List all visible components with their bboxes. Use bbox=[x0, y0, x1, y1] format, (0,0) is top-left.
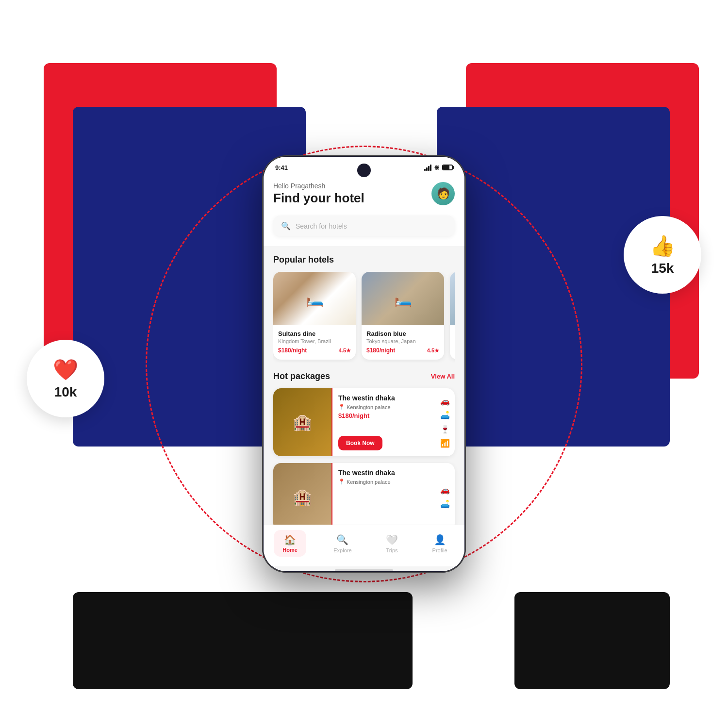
header-text: Hello Pragathesh Find your hotel bbox=[273, 182, 364, 206]
hotel-location-2: Tokyo square, Japan bbox=[366, 338, 439, 344]
view-all-button[interactable]: View All bbox=[431, 373, 455, 380]
hotel-info-2: Radison blue Tokyo square, Japan $180/ni… bbox=[362, 325, 444, 360]
greeting-text: Hello Pragathesh bbox=[273, 182, 364, 190]
phone-notch bbox=[357, 164, 371, 177]
sofa-amenity-icon-2: 🛋️ bbox=[440, 499, 450, 509]
car-amenity-icon: 🚗 bbox=[440, 397, 450, 406]
hotel-image-2: 🛏️ bbox=[362, 272, 444, 325]
nav-item-profile[interactable]: 👤 Profile bbox=[426, 534, 454, 553]
app-header: Hello Pragathesh Find your hotel 🧑 bbox=[264, 174, 464, 215]
package-card-2[interactable]: 🏨 The westin dhaka 📍 Kensington palace � bbox=[273, 463, 455, 525]
likes-count: 10k bbox=[54, 384, 77, 400]
nav-label-profile: Profile bbox=[432, 547, 447, 553]
search-container: 🔍 Search for hotels bbox=[264, 215, 464, 246]
profile-icon: 👤 bbox=[434, 534, 446, 546]
hotel-location-1: Kingdom Tower, Brazil bbox=[278, 338, 351, 344]
package-location-2: 📍 Kensington palace bbox=[338, 479, 430, 485]
nav-label-trips: Trips bbox=[386, 547, 398, 553]
car-amenity-icon-2: 🚗 bbox=[440, 485, 450, 495]
package-amenities-1: 🚗 🛋️ 🍷 📶 bbox=[435, 388, 455, 456]
drink-amenity-icon: 🍷 bbox=[440, 425, 450, 434]
nav-item-explore[interactable]: 🔍 Explore bbox=[327, 534, 358, 553]
package-location-1: 📍 Kensington palace bbox=[338, 404, 430, 410]
hotel-info-3: Quee... Kingdo... $180/n... bbox=[450, 325, 455, 360]
location-pin-icon: 📍 bbox=[338, 404, 345, 410]
location-pin-icon-2: 📍 bbox=[338, 479, 345, 485]
hotel-rating-2: 4.5★ bbox=[427, 347, 439, 354]
package-card-1[interactable]: 🏨 The westin dhaka 📍 Kensington palace $… bbox=[273, 388, 455, 456]
avatar-image: 🧑 bbox=[431, 182, 455, 205]
trips-icon: 🤍 bbox=[386, 534, 398, 546]
main-title: Find your hotel bbox=[273, 191, 364, 206]
package-amenities-2: 🚗 🛋️ bbox=[435, 463, 455, 525]
status-icons: ⋇ bbox=[424, 164, 453, 171]
search-icon: 🔍 bbox=[281, 221, 291, 231]
hot-packages-section: Hot packages View All 🏨 The westin dhaka… bbox=[264, 367, 464, 525]
hotel-card[interactable]: 🛏️ Sultans dine Kingdom Tower, Brazil $1… bbox=[273, 272, 356, 360]
thumbs-up-icon: 👍 bbox=[650, 234, 675, 258]
battery-icon bbox=[442, 165, 453, 170]
thumbs-badge: 👍 15k bbox=[624, 216, 701, 294]
package-price-1: $180/night bbox=[338, 412, 430, 419]
nav-item-trips[interactable]: 🤍 Trips bbox=[379, 534, 405, 553]
hotel-image-1: 🛏️ bbox=[273, 272, 356, 325]
hotel-card[interactable]: 🌿 Quee... Kingdo... $180/n... bbox=[450, 272, 455, 360]
sofa-amenity-icon: 🛋️ bbox=[440, 411, 450, 420]
package-image-2: 🏨 bbox=[273, 463, 331, 525]
package-info-2: The westin dhaka 📍 Kensington palace bbox=[332, 463, 435, 525]
hotel-image-3: 🌿 bbox=[450, 272, 455, 325]
package-name-1: The westin dhaka bbox=[338, 394, 430, 402]
hot-packages-title: Hot packages bbox=[273, 371, 330, 381]
heart-icon: ❤️ bbox=[53, 358, 78, 381]
home-icon: 🏠 bbox=[284, 534, 296, 546]
phone-content[interactable]: Hello Pragathesh Find your hotel 🧑 🔍 Sea… bbox=[264, 174, 464, 525]
package-image-1: 🏨 bbox=[273, 388, 331, 456]
wifi-icon: ⋇ bbox=[434, 164, 440, 171]
hotel-name-2: Radison blue bbox=[366, 330, 439, 337]
avatar[interactable]: 🧑 bbox=[431, 182, 455, 205]
popular-hotels-title: Popular hotels bbox=[273, 255, 334, 265]
package-info-1: The westin dhaka 📍 Kensington palace $18… bbox=[332, 388, 435, 456]
bg-black-bottom-right bbox=[514, 592, 670, 689]
signal-icon bbox=[424, 164, 431, 171]
phone-frame: 9:41 ⋇ Hello Pragathesh Find your hotel bbox=[262, 155, 466, 573]
hotel-meta-1: $180/night 4.5★ bbox=[278, 347, 351, 354]
likes-badge: ❤️ 10k bbox=[27, 340, 104, 417]
hot-packages-header: Hot packages View All bbox=[273, 371, 455, 381]
bg-black-bottom bbox=[73, 592, 413, 689]
home-indicator bbox=[335, 569, 393, 571]
package-name-2: The westin dhaka bbox=[338, 469, 430, 477]
status-time: 9:41 bbox=[275, 164, 288, 171]
hotel-meta-2: $180/night 4.5★ bbox=[366, 347, 439, 354]
wifi-amenity-icon: 📶 bbox=[440, 439, 450, 448]
nav-label-home: Home bbox=[282, 547, 298, 553]
hotel-card[interactable]: 🛏️ Radison blue Tokyo square, Japan $180… bbox=[362, 272, 444, 360]
search-input[interactable]: Search for hotels bbox=[296, 222, 347, 230]
hotels-scroll[interactable]: 🛏️ Sultans dine Kingdom Tower, Brazil $1… bbox=[273, 272, 455, 363]
phone-inner: 9:41 ⋇ Hello Pragathesh Find your hotel bbox=[264, 157, 464, 571]
popular-hotels-header: Popular hotels bbox=[273, 255, 455, 265]
nav-label-explore: Explore bbox=[333, 547, 351, 553]
search-box[interactable]: 🔍 Search for hotels bbox=[273, 215, 455, 236]
hotel-price-1: $180/night bbox=[278, 347, 307, 354]
book-now-button-1[interactable]: Book Now bbox=[338, 436, 382, 450]
popular-hotels-section: Popular hotels 🛏️ Sultans dine Kingdom T… bbox=[264, 246, 464, 367]
nav-item-home[interactable]: 🏠 Home bbox=[274, 530, 306, 557]
hotel-info-1: Sultans dine Kingdom Tower, Brazil $180/… bbox=[273, 325, 356, 360]
hotel-name-1: Sultans dine bbox=[278, 330, 351, 337]
thumbs-count: 15k bbox=[651, 261, 674, 276]
bottom-nav: 🏠 Home 🔍 Explore 🤍 Trips 👤 Profile bbox=[264, 525, 464, 566]
hotel-price-2: $180/night bbox=[366, 347, 395, 354]
hotel-rating-1: 4.5★ bbox=[339, 347, 351, 354]
explore-icon: 🔍 bbox=[336, 534, 348, 546]
